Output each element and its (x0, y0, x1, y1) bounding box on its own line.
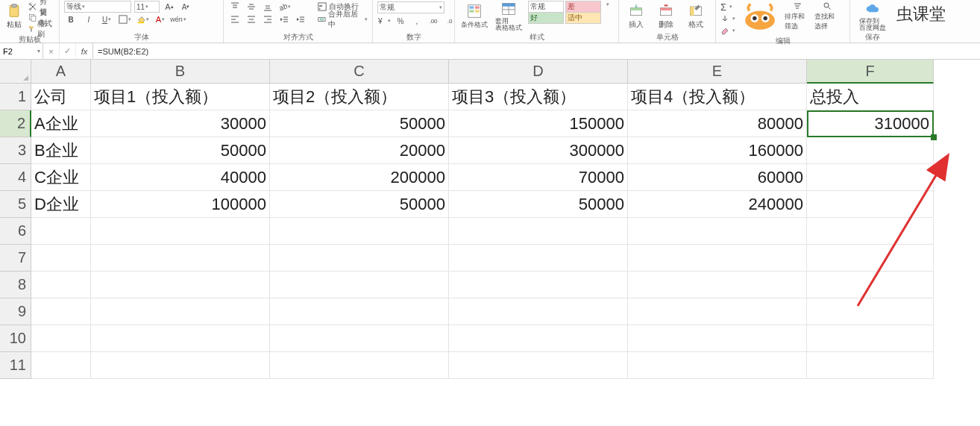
cell-E6[interactable] (628, 218, 807, 245)
align-right-button[interactable] (261, 13, 274, 25)
cell-D11[interactable] (449, 352, 628, 379)
cell-C4[interactable]: 200000 (270, 164, 449, 191)
cell-C1[interactable]: 项目2（投入额） (270, 84, 449, 110)
row-header-9[interactable]: 9 (0, 298, 31, 325)
cell-B1[interactable]: 项目1（投入额） (91, 84, 270, 110)
cell-E7[interactable] (628, 245, 807, 272)
cell-C9[interactable] (270, 298, 449, 325)
cell-C3[interactable]: 20000 (270, 137, 449, 164)
cell-E11[interactable] (628, 352, 807, 379)
cell-D4[interactable]: 70000 (449, 164, 628, 191)
increase-indent-button[interactable] (294, 13, 307, 25)
cell-F11[interactable] (807, 352, 934, 379)
cell-E10[interactable] (628, 325, 807, 352)
orientation-button[interactable]: ab▾ (277, 1, 291, 13)
cell-B11[interactable] (91, 352, 270, 379)
align-top-button[interactable] (228, 1, 242, 13)
cell-B2[interactable]: 30000 (91, 110, 270, 137)
col-header-C[interactable]: C (270, 60, 449, 84)
cell-C5[interactable]: 50000 (270, 191, 449, 218)
conditional-format-button[interactable]: 条件格式 (459, 1, 489, 31)
align-bottom-button[interactable] (261, 1, 274, 13)
cell-A5[interactable]: D企业 (31, 191, 91, 218)
increase-decimal-button[interactable]: .00 (427, 15, 440, 27)
cell-D5[interactable]: 50000 (449, 191, 628, 218)
cell-D1[interactable]: 项目3（投入额） (449, 84, 628, 110)
row-header-3[interactable]: 3 (0, 137, 31, 164)
style-good[interactable]: 好 (528, 12, 564, 24)
cell-E9[interactable] (628, 298, 807, 325)
cell-A2[interactable]: A企业 (31, 110, 91, 137)
select-all-corner[interactable] (0, 60, 31, 84)
cell-D3[interactable]: 300000 (449, 137, 628, 164)
fill-color-button[interactable]: ▾ (136, 13, 149, 25)
cell-A7[interactable] (31, 245, 91, 272)
merge-center-button[interactable]: 合并后居中▾ (318, 14, 368, 25)
row-header-1[interactable]: 1 (0, 84, 31, 110)
cell-B10[interactable] (91, 325, 270, 352)
cell-E4[interactable]: 60000 (628, 164, 807, 191)
percent-format-button[interactable]: % (394, 15, 407, 27)
row-header-6[interactable]: 6 (0, 218, 31, 245)
col-header-B[interactable]: B (91, 60, 270, 84)
col-header-A[interactable]: A (31, 60, 91, 84)
fill-handle[interactable] (931, 134, 937, 140)
decrease-font-button[interactable]: A▾ (179, 1, 192, 13)
cell-E3[interactable]: 160000 (628, 137, 807, 164)
cell-A4[interactable]: C企业 (31, 164, 91, 191)
cell-F3[interactable] (807, 137, 934, 164)
number-format-combo[interactable]: 常规▾ (377, 1, 445, 13)
cell-E2[interactable]: 80000 (628, 110, 807, 137)
align-middle-button[interactable] (245, 1, 258, 13)
cell-D2[interactable]: 150000 (449, 110, 628, 137)
cell-A8[interactable] (31, 272, 91, 298)
styles-more-button[interactable]: ▾ (606, 1, 609, 7)
row-header-11[interactable]: 11 (0, 352, 31, 379)
cell-B7[interactable] (91, 245, 270, 272)
font-size-combo[interactable]: 11▾ (134, 1, 160, 13)
cell-E5[interactable]: 240000 (628, 191, 807, 218)
cell-B3[interactable]: 50000 (91, 137, 270, 164)
find-select-button[interactable]: 查找和选择 (814, 1, 840, 31)
cell-E1[interactable]: 项目4（投入额） (628, 84, 807, 110)
insert-cells-button[interactable]: 插入 (624, 1, 649, 31)
border-button[interactable]: ▾ (118, 13, 131, 25)
col-header-E[interactable]: E (628, 60, 807, 84)
decrease-indent-button[interactable] (277, 13, 291, 25)
cell-C10[interactable] (270, 325, 449, 352)
cell-F7[interactable] (807, 245, 934, 272)
cell-C6[interactable] (270, 218, 449, 245)
cell-D7[interactable] (449, 245, 628, 272)
style-medium[interactable]: 适中 (565, 12, 601, 24)
row-header-5[interactable]: 5 (0, 191, 31, 218)
cell-D9[interactable] (449, 298, 628, 325)
formula-input[interactable]: =SUM(B2:E2) (93, 43, 980, 59)
cell-F8[interactable] (807, 272, 934, 298)
font-color-button[interactable]: A▾ (154, 13, 167, 25)
delete-cells-button[interactable]: 删除 (653, 1, 679, 31)
cell-B8[interactable] (91, 272, 270, 298)
cell-B4[interactable]: 40000 (91, 164, 270, 191)
cell-B9[interactable] (91, 298, 270, 325)
cell-F2[interactable]: 310000 (807, 110, 934, 137)
cell-F6[interactable] (807, 218, 934, 245)
italic-button[interactable]: I (82, 13, 95, 25)
cell-E8[interactable] (628, 272, 807, 298)
save-baidu-button[interactable]: 保存到 百度网盘 (855, 1, 891, 31)
cell-C8[interactable] (270, 272, 449, 298)
comma-format-button[interactable]: , (410, 15, 424, 27)
row-header-7[interactable]: 7 (0, 245, 31, 272)
cell-F9[interactable] (807, 298, 934, 325)
cell-D10[interactable] (449, 325, 628, 352)
cell-A9[interactable] (31, 298, 91, 325)
row-header-2[interactable]: 2 (0, 110, 31, 137)
formula-enter-button[interactable]: ✓ (60, 43, 76, 59)
cell-C2[interactable]: 50000 (270, 110, 449, 137)
format-cells-button[interactable]: 格式 (683, 1, 709, 31)
align-left-button[interactable] (228, 13, 242, 25)
paste-button[interactable]: 粘贴 (4, 1, 24, 31)
row-header-4[interactable]: 4 (0, 164, 31, 191)
underline-button[interactable]: U▾ (100, 13, 113, 25)
format-painter-button[interactable]: 格式刷 (28, 24, 54, 34)
cell-F4[interactable] (807, 164, 934, 191)
